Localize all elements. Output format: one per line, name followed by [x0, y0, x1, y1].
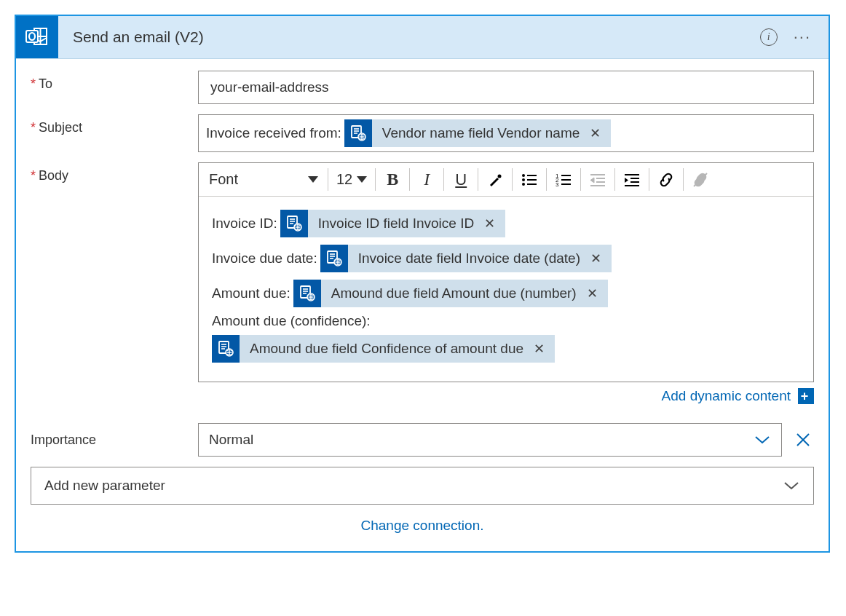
card-title: Send an email (V2)	[58, 28, 760, 46]
info-icon[interactable]: i	[760, 28, 778, 46]
label-to: To	[31, 71, 198, 92]
dynamic-content-icon	[212, 335, 240, 363]
svg-point-12	[498, 174, 502, 178]
font-label: Font	[209, 171, 238, 188]
token-remove-icon[interactable]: ✕	[588, 250, 604, 266]
body-text: Amount due:	[212, 285, 290, 301]
body-input[interactable]: Invoice ID: Invoice ID field Invoice ID✕…	[199, 197, 813, 382]
color-picker-button[interactable]	[481, 163, 510, 196]
row-subject: Subject Invoice received from: Vendor na…	[31, 114, 814, 152]
dynamic-content-icon	[280, 210, 308, 237]
outdent-button[interactable]	[583, 163, 612, 196]
row-importance: Importance Normal	[31, 423, 814, 457]
token-label: Vendor name field Vendor name	[382, 125, 580, 141]
italic-button[interactable]: I	[412, 163, 441, 196]
token-label: Amound due field Confidence of amount du…	[250, 341, 523, 357]
dynamic-content-icon	[293, 280, 321, 307]
outlook-icon	[16, 16, 58, 58]
rich-text-editor: Font 12 B I U	[198, 162, 814, 382]
token-label: Invoice ID field Invoice ID	[318, 216, 474, 232]
rte-toolbar: Font 12 B I U	[199, 163, 813, 197]
token-amount-due-confidence[interactable]: Amound due field Confidence of amount du…	[212, 335, 555, 363]
to-input[interactable]: your-email-address	[198, 71, 814, 104]
row-body: Body Font 12 B	[31, 162, 814, 413]
unlink-button[interactable]	[686, 163, 715, 196]
token-remove-icon[interactable]: ✕	[481, 216, 498, 232]
bullet-list-button[interactable]	[515, 163, 544, 196]
indent-button[interactable]	[617, 163, 647, 196]
body-text: Invoice ID:	[212, 216, 277, 232]
dynamic-token[interactable]: Amound due field Amount due (number)✕	[293, 280, 608, 307]
token-label: Invoice date field Invoice date (date)	[358, 250, 580, 266]
dynamic-token[interactable]: Invoice ID field Invoice ID✕	[280, 210, 505, 237]
add-param-label: Add new parameter	[44, 478, 165, 494]
add-dynamic-content-link[interactable]: Add dynamic content	[662, 388, 791, 404]
bold-button[interactable]: B	[378, 163, 407, 196]
importance-value: Normal	[209, 432, 253, 448]
size-label: 12	[336, 171, 352, 188]
action-card: Send an email (V2) i ··· To your-email-a…	[15, 15, 830, 553]
add-new-parameter-select[interactable]: Add new parameter	[31, 467, 814, 505]
svg-point-13	[522, 174, 525, 177]
change-connection-link[interactable]: Change connection.	[31, 505, 814, 538]
chevron-down-icon	[357, 176, 367, 183]
chevron-down-icon	[783, 481, 800, 491]
subject-input[interactable]: Invoice received from: Vendor name field…	[198, 114, 814, 152]
link-button[interactable]	[652, 163, 681, 196]
svg-point-15	[522, 178, 525, 181]
header-actions: i ···	[760, 25, 829, 50]
numbered-list-button[interactable]: 1 2 3	[549, 163, 578, 196]
dynamic-content-icon	[320, 245, 348, 272]
body-text: Invoice due date:	[212, 250, 317, 266]
token-remove-icon[interactable]: ✕	[584, 285, 601, 301]
font-size-selector[interactable]: 12	[331, 163, 373, 196]
token-remove-icon[interactable]: ✕	[587, 125, 604, 141]
subject-prefix: Invoice received from:	[206, 125, 341, 141]
card-header: Send an email (V2) i ···	[16, 16, 829, 59]
token-label: Amound due field Amount due (number)	[331, 285, 577, 301]
dynamic-content-icon	[344, 119, 372, 147]
more-menu-icon[interactable]: ···	[791, 25, 814, 50]
remove-parameter-button[interactable]	[792, 429, 814, 451]
body-text: Amount due (confidence):	[212, 313, 371, 329]
chevron-down-icon	[308, 176, 318, 183]
importance-select[interactable]: Normal	[198, 423, 782, 457]
svg-text:3: 3	[556, 181, 559, 188]
token-vendor-name[interactable]: Vendor name field Vendor name ✕	[344, 119, 611, 147]
font-selector[interactable]: Font	[202, 163, 325, 196]
chevron-down-icon	[754, 435, 771, 445]
label-importance: Importance	[31, 433, 198, 448]
row-to: To your-email-address	[31, 71, 814, 104]
to-value: your-email-address	[210, 79, 329, 95]
svg-point-17	[522, 183, 525, 186]
label-body: Body	[31, 162, 198, 183]
dynamic-content-row: Add dynamic content +	[198, 382, 814, 413]
add-dynamic-content-button[interactable]: +	[798, 388, 814, 404]
card-body: To your-email-address Subject Invoice re…	[16, 59, 829, 551]
token-remove-icon[interactable]: ✕	[531, 341, 547, 357]
dynamic-token[interactable]: Invoice date field Invoice date (date)✕	[320, 245, 612, 272]
label-subject: Subject	[31, 114, 198, 135]
underline-button[interactable]: U	[446, 163, 475, 196]
